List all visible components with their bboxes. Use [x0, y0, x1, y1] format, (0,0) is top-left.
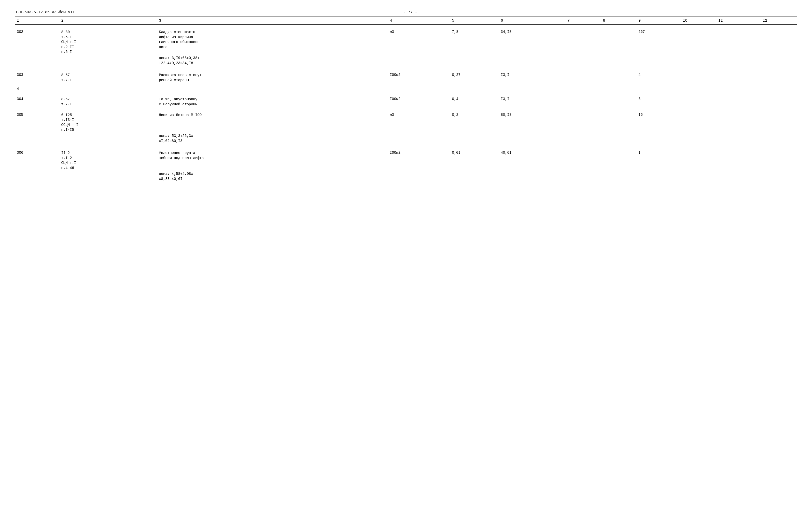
row-unit: м3 [388, 110, 450, 133]
row-col6: 40,6I [499, 148, 566, 171]
table-row: 306II-2 т.I-2 СЦМ т.I п.4-46Уплотнение г… [15, 148, 797, 171]
page-title: Т.П.503-5-I2.85 Альбом VII [15, 10, 75, 15]
row-col11: – [717, 148, 761, 171]
col-header-11: II [717, 17, 761, 25]
row-col10: – [681, 27, 717, 55]
page-header: Т.П.503-5-I2.85 Альбом VII - 77 - [15, 10, 797, 15]
price-row: цена: 3,I9+68х0,38+ +22,4х0,23=34,I8 [15, 55, 797, 68]
col-header-5: 5 [450, 17, 499, 25]
row-num: 302 [15, 27, 60, 55]
price-text: цена: 53,3+26,3х хI,02=80,I3 [157, 133, 797, 146]
row-col10 [681, 148, 717, 171]
row-col7: – [566, 148, 601, 171]
col-header-7: 7 [566, 17, 601, 25]
row-col10: – [681, 110, 717, 133]
price-text: цена: 4,58+4,08х х8,83=40,6I [157, 171, 797, 184]
spacer-row [15, 92, 797, 94]
col-header-12: I2 [761, 17, 797, 25]
row-unit: IOOм2 [388, 148, 450, 171]
row-col10: – [681, 70, 717, 83]
spacer-row [15, 25, 797, 27]
row-col8: – [601, 27, 637, 55]
col-header-6: 6 [499, 17, 566, 25]
row-col12: – [761, 27, 797, 55]
row-num: 306 [15, 148, 60, 171]
row-description: Расшивка швов с внут- ренней стороны [157, 70, 388, 83]
row-code: 8-57 т.7-I [60, 94, 157, 107]
row-col12: – [761, 94, 797, 107]
col-header-1: I [15, 17, 60, 25]
col-header-8: 8 [601, 17, 637, 25]
price-row: цена: 4,58+4,08х х8,83=40,6I [15, 171, 797, 184]
section-label: 4 [15, 83, 797, 92]
row-col12: – [761, 110, 797, 133]
row-code: 6-I25 т.I3-I ССЦМ т.I п.I-I5 [60, 110, 157, 133]
row-col8: – [601, 70, 637, 83]
main-table: I 2 3 4 5 6 7 8 9 IO II I2 3028-30 т.5-I… [15, 16, 797, 184]
row-description: Кладка стен шахтн лифта из кирпича глиня… [157, 27, 388, 55]
table-row: 3056-I25 т.I3-I ССЦМ т.I п.I-I5Ниши из б… [15, 110, 797, 133]
row-code: 8-30 т.5-I СЦМ т.I п.2-II п.6-I [60, 27, 157, 55]
row-col5: 0,0I [450, 148, 499, 171]
row-col8: – [601, 148, 637, 171]
row-unit: IOOм2 [388, 70, 450, 83]
table-row: 3028-30 т.5-I СЦМ т.I п.2-II п.6-IКладка… [15, 27, 797, 55]
row-col7: – [566, 94, 601, 107]
row-col7: – [566, 70, 601, 83]
row-code: 8-57 т.7-I [60, 70, 157, 83]
row-col7: – [566, 27, 601, 55]
col-header-3: 3 [157, 17, 388, 25]
row-col6: I3,I [499, 94, 566, 107]
table-row: 3048-57 т.7-IТо же, впустошовку с наружн… [15, 94, 797, 107]
spacer-row [15, 146, 797, 148]
row-col10: – [681, 94, 717, 107]
row-col5: 0,4 [450, 94, 499, 107]
row-col5: 7,8 [450, 27, 499, 55]
row-description: Ниши из бетона М-IOO [157, 110, 388, 133]
row-num: 304 [15, 94, 60, 107]
row-col8: – [601, 110, 637, 133]
row-col9: 5 [637, 94, 681, 107]
row-unit: м3 [388, 27, 450, 55]
row-col9: 4 [637, 70, 681, 83]
row-col5: 0,2 [450, 110, 499, 133]
col-header-2: 2 [60, 17, 157, 25]
row-col11: – [717, 94, 761, 107]
spacer-row [15, 68, 797, 70]
row-col11: – [717, 27, 761, 55]
row-col12: – [761, 70, 797, 83]
row-col6: I3,I [499, 70, 566, 83]
price-text: цена: 3,I9+68х0,38+ +22,4х0,23=34,I8 [157, 55, 797, 68]
row-description: То же, впустошовку с наружной стороны [157, 94, 388, 107]
row-col9: I6 [637, 110, 681, 133]
row-col12: – [761, 148, 797, 171]
row-col6: 80,I3 [499, 110, 566, 133]
row-col5: 0,27 [450, 70, 499, 83]
row-col11: – [717, 70, 761, 83]
row-code: II-2 т.I-2 СЦМ т.I п.4-46 [60, 148, 157, 171]
section-label-row: 4 [15, 83, 797, 92]
row-col8: – [601, 94, 637, 107]
row-col9: 267 [637, 27, 681, 55]
table-header-row: I 2 3 4 5 6 7 8 9 IO II I2 [15, 17, 797, 25]
row-col7: – [566, 110, 601, 133]
col-header-4: 4 [388, 17, 450, 25]
price-row: цена: 53,3+26,3х хI,02=80,I3 [15, 133, 797, 146]
row-unit: IOOм2 [388, 94, 450, 107]
col-header-10: IO [681, 17, 717, 25]
row-num: 303 [15, 70, 60, 83]
col-header-9: 9 [637, 17, 681, 25]
spacer-row [15, 108, 797, 110]
row-col9: I [637, 148, 681, 171]
row-col11: – [717, 110, 761, 133]
page-number: - 77 - [75, 10, 746, 15]
table-row: 3038-57 т.7-IРасшивка швов с внут- ренне… [15, 70, 797, 83]
row-description: Уплотнение грунта щебнем под полы лифта [157, 148, 388, 171]
row-num: 305 [15, 110, 60, 133]
row-col6: 34,I8 [499, 27, 566, 55]
